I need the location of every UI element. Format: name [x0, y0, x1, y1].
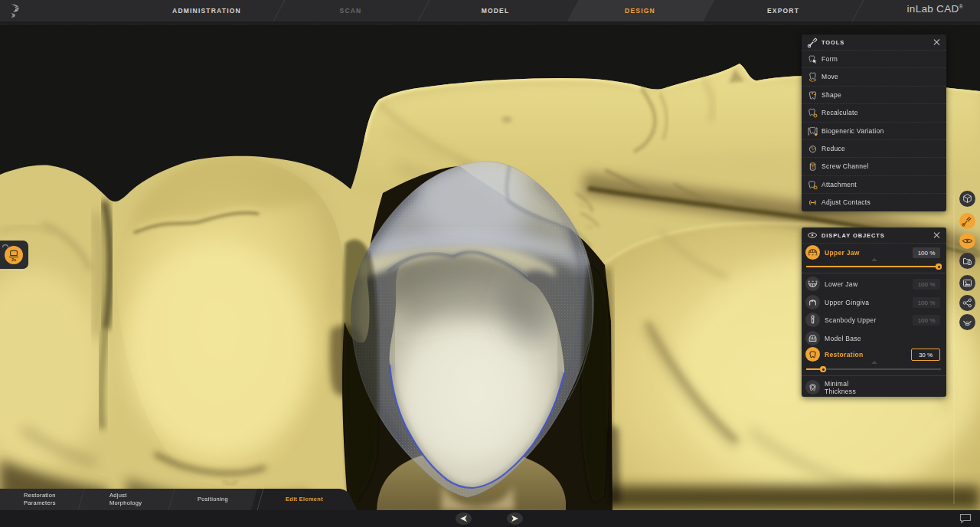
svg-text:2s: 2s [11, 257, 16, 262]
